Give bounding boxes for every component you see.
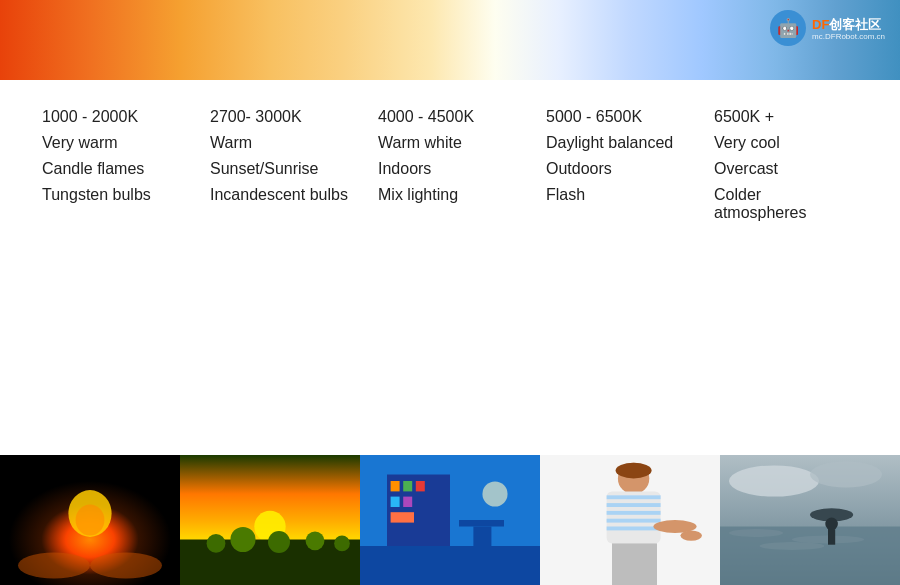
logo-area: 🤖 DF创客社区 mc.DFRobot.com.cn	[770, 10, 885, 48]
range-col3: 4000 - 4500K	[366, 100, 534, 130]
desc2-col5: Colder atmospheres	[702, 182, 870, 230]
svg-point-8	[207, 534, 226, 553]
image-indoor	[360, 455, 540, 585]
svg-point-25	[482, 481, 507, 506]
range-col4: 5000 - 6500K	[534, 100, 702, 130]
svg-rect-18	[403, 481, 412, 491]
svg-rect-24	[473, 527, 491, 547]
svg-rect-22	[391, 512, 414, 522]
svg-rect-33	[607, 519, 661, 523]
svg-rect-37	[612, 543, 657, 585]
color-temperature-gradient	[0, 0, 900, 80]
svg-point-39	[729, 465, 819, 496]
svg-rect-31	[607, 503, 661, 507]
range-col1: 1000 - 2000K	[30, 100, 198, 130]
svg-rect-19	[416, 481, 425, 491]
desc1-col1: Candle flames	[30, 156, 198, 182]
svg-point-2	[76, 504, 105, 535]
svg-rect-32	[607, 511, 661, 515]
desc2-col1: Tungsten bulbs	[30, 182, 198, 230]
svg-rect-29	[607, 491, 661, 543]
image-person	[540, 455, 720, 585]
image-sunset	[180, 455, 360, 585]
svg-rect-15	[360, 546, 540, 585]
svg-point-11	[306, 531, 325, 550]
svg-rect-34	[607, 527, 661, 531]
desc1-col2: Sunset/Sunrise	[198, 156, 366, 182]
svg-point-44	[760, 542, 825, 550]
svg-rect-17	[391, 481, 400, 491]
desc2-col3: Mix lighting	[366, 182, 534, 230]
desc1-col5: Overcast	[702, 156, 870, 182]
desc1-row: Candle flames Sunset/Sunrise Indoors Out…	[30, 156, 870, 182]
svg-rect-48	[828, 529, 835, 545]
label-col2: Warm	[198, 130, 366, 156]
svg-point-3	[18, 553, 90, 579]
logo-brand-df: DF	[812, 17, 829, 32]
images-strip	[0, 455, 900, 585]
svg-rect-23	[459, 520, 504, 527]
label-col3: Warm white	[366, 130, 534, 156]
desc1-col4: Outdoors	[534, 156, 702, 182]
temperature-table: 1000 - 2000K 2700- 3000K 4000 - 4500K 50…	[30, 100, 870, 230]
svg-point-42	[729, 529, 783, 537]
svg-point-10	[268, 531, 290, 553]
desc1-col3: Indoors	[366, 156, 534, 182]
label-col5: Very cool	[702, 130, 870, 156]
label-row: Very warm Warm Warm white Daylight balan…	[30, 130, 870, 156]
svg-point-9	[230, 527, 255, 552]
image-overcast	[720, 455, 900, 585]
range-col2: 2700- 3000K	[198, 100, 366, 130]
content-area: 1000 - 2000K 2700- 3000K 4000 - 4500K 50…	[0, 80, 900, 240]
desc2-col4: Flash	[534, 182, 702, 230]
svg-rect-30	[607, 495, 661, 499]
svg-point-12	[334, 536, 350, 552]
logo-url: mc.DFRobot.com.cn	[812, 32, 885, 41]
svg-point-40	[810, 462, 882, 488]
svg-point-36	[680, 530, 702, 540]
logo-icon: 🤖	[770, 10, 806, 46]
svg-point-47	[825, 518, 838, 531]
svg-rect-21	[403, 497, 412, 507]
label-col4: Daylight balanced	[534, 130, 702, 156]
desc2-col2: Incandescent bulbs	[198, 182, 366, 230]
logo-brand-suffix: 创客社区	[829, 17, 881, 32]
desc2-row: Tungsten bulbs Incandescent bulbs Mix li…	[30, 182, 870, 230]
label-col1: Very warm	[30, 130, 198, 156]
svg-rect-20	[391, 497, 400, 507]
image-candle	[0, 455, 180, 585]
range-row: 1000 - 2000K 2700- 3000K 4000 - 4500K 50…	[30, 100, 870, 130]
range-col5: 6500K +	[702, 100, 870, 130]
svg-point-4	[90, 553, 162, 579]
svg-point-28	[616, 463, 652, 479]
